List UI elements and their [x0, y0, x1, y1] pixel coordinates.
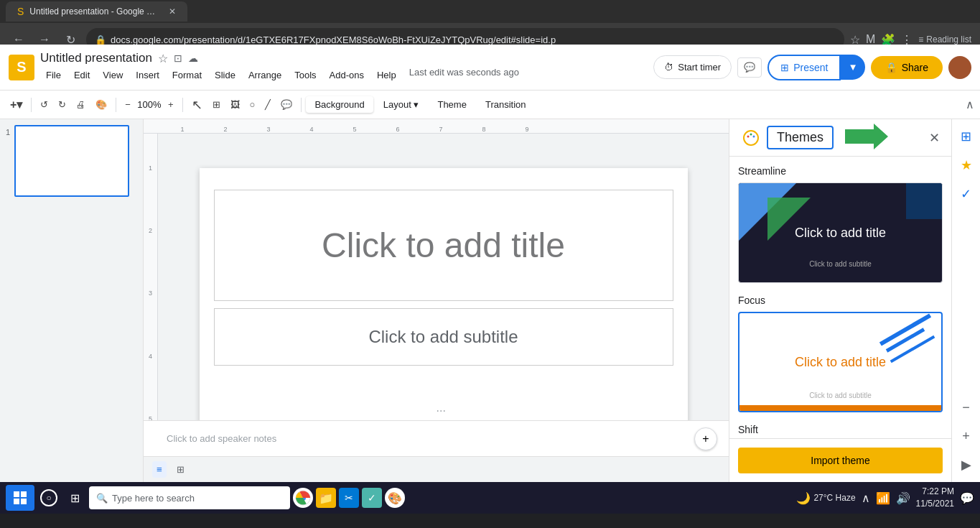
menu-arrange[interactable]: Arrange: [243, 67, 287, 83]
redo-button[interactable]: ↻: [54, 95, 70, 115]
share-button[interactable]: 🔒 Share: [871, 56, 943, 79]
right-sidebar-add-icon[interactable]: +: [955, 425, 978, 448]
clock-date: 11/5/2021: [916, 498, 954, 510]
add-icon: +: [702, 432, 709, 445]
start-timer-button[interactable]: ⏱ Start timer: [653, 55, 732, 79]
slide-subtitle-box[interactable]: Click to add subtitle: [214, 308, 673, 366]
paint-icon: 🎨: [388, 491, 402, 505]
themes-content-scroll[interactable]: Streamline Click to add title Click to a…: [729, 157, 951, 438]
shape-tool[interactable]: ○: [246, 95, 260, 115]
presentation-title[interactable]: Untitled presentation: [40, 51, 152, 65]
zoom-level: 100%: [136, 99, 162, 110]
reading-list-icon: ≡: [918, 34, 923, 45]
notes-area[interactable]: Click to add speaker notes: [144, 420, 729, 456]
volume-icon[interactable]: 🔊: [896, 491, 910, 505]
taskbar-paint-icon[interactable]: 🎨: [385, 488, 405, 508]
svg-point-3: [753, 135, 755, 137]
right-sidebar-check-icon[interactable]: ✓: [955, 182, 978, 205]
right-sidebar-minus-icon[interactable]: −: [955, 396, 978, 419]
start-button[interactable]: [6, 485, 34, 511]
layout-tool[interactable]: ⊞: [208, 95, 225, 115]
grid-view-button[interactable]: ⊞: [172, 461, 189, 478]
taskbar-search[interactable]: 🔍 Type here to search: [89, 486, 290, 509]
paint-format-button[interactable]: 🎨: [91, 95, 111, 115]
slide-title-box[interactable]: Click to add title: [214, 190, 673, 301]
themes-panel: Themes ✕ Streamline: [729, 119, 951, 482]
add-button[interactable]: +▾: [6, 95, 27, 115]
menu-help[interactable]: Help: [371, 67, 402, 83]
menu-edit[interactable]: Edit: [68, 67, 95, 83]
folder-icon[interactable]: ⊡: [174, 52, 182, 64]
ruler-mark-7: 7: [419, 126, 462, 133]
divider-1: [31, 98, 32, 112]
theme-button[interactable]: Theme: [429, 96, 475, 113]
user-avatar[interactable]: [948, 56, 971, 79]
files-icon: 📁: [319, 491, 333, 505]
menu-insert[interactable]: Insert: [130, 67, 165, 83]
layout-button[interactable]: Layout ▾: [375, 96, 428, 113]
taskbar-files-icon[interactable]: 📁: [316, 488, 336, 508]
star-icon[interactable]: ☆: [158, 52, 168, 65]
taskbar-right: 🌙 27°C Haze ∧ 📶 🔊 7:22 PM 11/5/2021 💬: [796, 486, 974, 510]
slide-panel: 1: [0, 119, 144, 482]
present-dropdown-button[interactable]: ▼: [841, 55, 864, 80]
comment-tool[interactable]: 💬: [276, 95, 297, 115]
network-icon[interactable]: 📶: [876, 491, 890, 505]
speaker-notes-btn[interactable]: 💬: [737, 57, 762, 78]
ruler-left: 1 2 3 4 5: [144, 134, 158, 453]
shift-section: Shift: [738, 424, 943, 438]
snip-icon: ✂: [345, 492, 353, 504]
active-tab[interactable]: S Untitled presentation - Google Slides …: [6, 1, 187, 22]
tray-up-icon[interactable]: ∧: [862, 491, 870, 505]
menu-tools[interactable]: Tools: [289, 67, 322, 83]
notification-icon[interactable]: 💬: [960, 491, 974, 505]
last-edit-text: Last edit was seconds ago: [409, 67, 519, 83]
import-theme-button[interactable]: Import theme: [738, 448, 943, 473]
streamline-card[interactable]: Click to add title Click to add subtitle: [738, 182, 943, 283]
slide-view-button[interactable]: ≡: [152, 461, 167, 478]
slide-thumbnail[interactable]: [14, 125, 129, 197]
transition-button[interactable]: Transition: [477, 96, 535, 113]
image-tool[interactable]: 🖼: [226, 95, 244, 115]
tab-close[interactable]: ✕: [169, 6, 176, 17]
background-button[interactable]: Background: [306, 96, 373, 113]
right-sidebar-slides-icon[interactable]: ⊞: [955, 125, 978, 148]
time-display[interactable]: 7:22 PM 11/5/2021: [916, 486, 954, 510]
ruler-mark-4: 4: [290, 126, 333, 133]
taskbar-snip-icon[interactable]: ✂: [339, 488, 359, 508]
focus-bottom-bar: [739, 405, 941, 411]
reading-list[interactable]: ≡ Reading list: [918, 34, 971, 45]
slide-resize-handle[interactable]: ···: [437, 404, 446, 417]
menu-format[interactable]: Format: [167, 67, 207, 83]
menu-view[interactable]: View: [97, 67, 129, 83]
focus-card[interactable]: Click to add title Click to add subtitle: [738, 312, 943, 412]
line-tool[interactable]: ╱: [261, 95, 275, 115]
right-sidebar-star-icon[interactable]: ★: [955, 154, 978, 177]
cortana-button[interactable]: ○: [37, 486, 60, 509]
right-sidebar-expand-icon[interactable]: ▶: [955, 453, 978, 476]
menu-slide[interactable]: Slide: [209, 67, 241, 83]
timer-icon: ⏱: [664, 62, 673, 73]
svg-rect-5: [14, 491, 19, 497]
menu-file[interactable]: File: [40, 67, 67, 83]
present-button[interactable]: ⊞ Present: [767, 55, 841, 80]
add-slide-button[interactable]: +: [694, 427, 717, 450]
collapse-toolbar-button[interactable]: ∧: [966, 98, 974, 111]
themes-palette-icon: [741, 128, 761, 148]
undo-button[interactable]: ↺: [36, 95, 52, 115]
search-icon: 🔍: [96, 493, 108, 504]
zoom-in-button[interactable]: +: [164, 95, 178, 115]
task-view-button[interactable]: ⊞: [63, 486, 86, 509]
search-placeholder: Type here to search: [112, 493, 195, 504]
close-themes-button[interactable]: ✕: [929, 130, 940, 146]
menu-addons[interactable]: Add-ons: [324, 67, 370, 83]
zoom-out-button[interactable]: −: [121, 95, 135, 115]
taskbar-todo-icon[interactable]: ✓: [362, 488, 382, 508]
title-area: Untitled presentation ☆ ⊡ ☁ File Edit Vi…: [40, 51, 648, 83]
select-tool[interactable]: ↖: [187, 95, 207, 115]
slide-number: 1: [6, 125, 10, 197]
print-button[interactable]: 🖨: [72, 95, 90, 115]
menu-bar: File Edit View Insert Format Slide Arran…: [40, 67, 648, 83]
streamline-card-title: Click to add title: [795, 226, 886, 241]
taskbar-chrome-icon[interactable]: [293, 488, 313, 508]
